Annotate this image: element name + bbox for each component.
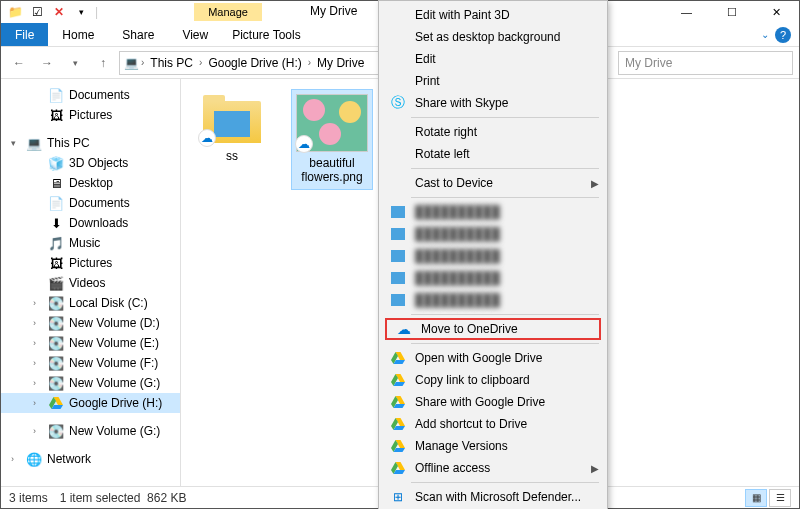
ctx-item[interactable]: ☁Move to OneDrive	[385, 318, 601, 340]
tree-item[interactable]: 🧊3D Objects	[1, 153, 180, 173]
ctx-item[interactable]: Add shortcut to Drive	[381, 413, 605, 435]
ctx-icon: Ⓢ	[389, 95, 407, 111]
tree-label: Downloads	[69, 216, 128, 230]
crumb-my-drive[interactable]: My Drive	[313, 56, 368, 70]
ctx-icon	[389, 292, 407, 308]
tree-item[interactable]: ›💽Local Disk (C:)	[1, 293, 180, 313]
ctx-item[interactable]: Share with Google Drive	[381, 391, 605, 413]
ctx-icon: ☁	[395, 321, 413, 337]
check-icon: ☑	[29, 4, 45, 20]
address-bar[interactable]: 💻 › This PC › Google Drive (H:) › My Dri…	[119, 51, 389, 75]
ctx-icon	[389, 175, 407, 191]
ctx-item[interactable]: ⓈShare with Skype	[381, 92, 605, 114]
tree-label: New Volume (G:)	[69, 424, 160, 438]
help-icon[interactable]: ?	[775, 27, 791, 43]
cloud-sync-icon: ☁	[295, 135, 313, 153]
ctx-item[interactable]: ██████████	[381, 223, 605, 245]
ctx-item[interactable]: Rotate right	[381, 121, 605, 143]
tree-item[interactable]: 🖥Desktop	[1, 173, 180, 193]
tree-item[interactable]: 📄Documents	[1, 193, 180, 213]
ctx-icon	[389, 394, 407, 410]
tree-item[interactable]: 📄Documents	[1, 85, 180, 105]
ctx-item[interactable]: ██████████	[381, 201, 605, 223]
ribbon-expand-icon[interactable]: ⌄	[761, 29, 769, 40]
folder-icon: 📁	[7, 4, 23, 20]
folder-item[interactable]: ☁ ss	[191, 89, 273, 167]
ctx-item[interactable]: Print	[381, 70, 605, 92]
ctx-icon	[389, 438, 407, 454]
view-thumbnails[interactable]: ▦	[745, 489, 767, 507]
tree-label: Local Disk (C:)	[69, 296, 148, 310]
tree-item[interactable]: ›Google Drive (H:)	[1, 393, 180, 413]
close-button[interactable]: ✕	[754, 1, 799, 23]
image-item[interactable]: ☁ beautiful flowers.png	[291, 89, 373, 190]
tree-item[interactable]: 🖼Pictures	[1, 105, 180, 125]
back-button[interactable]: ←	[7, 51, 31, 75]
image-label: beautiful flowers.png	[296, 156, 368, 185]
tree-item[interactable]: ›💽New Volume (F:)	[1, 353, 180, 373]
ctx-item[interactable]: Rotate left	[381, 143, 605, 165]
picture-tools-tab[interactable]: Picture Tools	[222, 23, 310, 46]
tree-item[interactable]: ▾💻This PC	[1, 133, 180, 153]
home-tab[interactable]: Home	[48, 23, 108, 46]
ctx-item[interactable]: Copy link to clipboard	[381, 369, 605, 391]
dropdown-icon[interactable]: ▾	[73, 4, 89, 20]
tree-icon: 🌐	[26, 451, 42, 467]
crumb-this-pc[interactable]: This PC	[146, 56, 197, 70]
tree-label: Network	[47, 452, 91, 466]
ctx-item[interactable]: ⊞Scan with Microsoft Defender...	[381, 486, 605, 508]
ctx-item[interactable]: ██████████	[381, 267, 605, 289]
forward-button[interactable]: →	[35, 51, 59, 75]
ctx-label: ██████████	[415, 227, 599, 241]
ctx-item[interactable]: Edit	[381, 48, 605, 70]
view-details[interactable]: ☰	[769, 489, 791, 507]
tree-icon: 💻	[26, 135, 42, 151]
minimize-button[interactable]: —	[664, 1, 709, 23]
ctx-item[interactable]: ██████████	[381, 289, 605, 311]
tree-item[interactable]: ›💽New Volume (G:)	[1, 421, 180, 441]
tree-item[interactable]: ›💽New Volume (G:)	[1, 373, 180, 393]
tree-label: Pictures	[69, 256, 112, 270]
ctx-icon	[389, 372, 407, 388]
tree-item[interactable]: 🎵Music	[1, 233, 180, 253]
ctx-item[interactable]: ██████████	[381, 245, 605, 267]
tree-icon: 🖼	[48, 255, 64, 271]
tree-icon: 📄	[48, 195, 64, 211]
ctx-item[interactable]: Manage Versions	[381, 435, 605, 457]
ctx-item[interactable]: Cast to Device▶	[381, 172, 605, 194]
ctx-label: Rotate right	[415, 125, 599, 139]
tree-item[interactable]: ›💽New Volume (E:)	[1, 333, 180, 353]
ctx-label: Share with Google Drive	[415, 395, 599, 409]
tree-item[interactable]: 🎬Videos	[1, 273, 180, 293]
tree-label: New Volume (G:)	[69, 376, 160, 390]
window-title: My Drive	[310, 4, 357, 18]
ctx-label: ██████████	[415, 293, 599, 307]
tree-item[interactable]: ›🌐Network	[1, 449, 180, 469]
ctx-item[interactable]: Set as desktop background	[381, 26, 605, 48]
search-input[interactable]: My Drive	[618, 51, 793, 75]
maximize-button[interactable]: ☐	[709, 1, 754, 23]
tree-item[interactable]: 🖼Pictures	[1, 253, 180, 273]
ctx-label: Edit	[415, 52, 599, 66]
file-menu[interactable]: File	[1, 23, 48, 46]
tree-label: Music	[69, 236, 100, 250]
ctx-icon	[389, 124, 407, 140]
navigation-tree[interactable]: 📄Documents🖼Pictures▾💻This PC🧊3D Objects🖥…	[1, 79, 181, 486]
ctx-item[interactable]: Open with Google Drive	[381, 347, 605, 369]
ctx-item[interactable]: Edit with Paint 3D	[381, 4, 605, 26]
tree-label: Google Drive (H:)	[69, 396, 162, 410]
tree-label: This PC	[47, 136, 90, 150]
history-dropdown[interactable]: ▾	[63, 51, 87, 75]
tree-item[interactable]: ⬇Downloads	[1, 213, 180, 233]
close-red-icon: ✕	[51, 4, 67, 20]
tree-icon: 💽	[48, 295, 64, 311]
ctx-item[interactable]: Offline access▶	[381, 457, 605, 479]
up-button[interactable]: ↑	[91, 51, 115, 75]
share-tab[interactable]: Share	[108, 23, 168, 46]
context-menu[interactable]: Edit with Paint 3DSet as desktop backgro…	[378, 0, 608, 509]
view-tab[interactable]: View	[168, 23, 222, 46]
crumb-google-drive[interactable]: Google Drive (H:)	[204, 56, 305, 70]
ctx-icon	[389, 416, 407, 432]
manage-tab[interactable]: Manage	[194, 3, 262, 21]
tree-item[interactable]: ›💽New Volume (D:)	[1, 313, 180, 333]
